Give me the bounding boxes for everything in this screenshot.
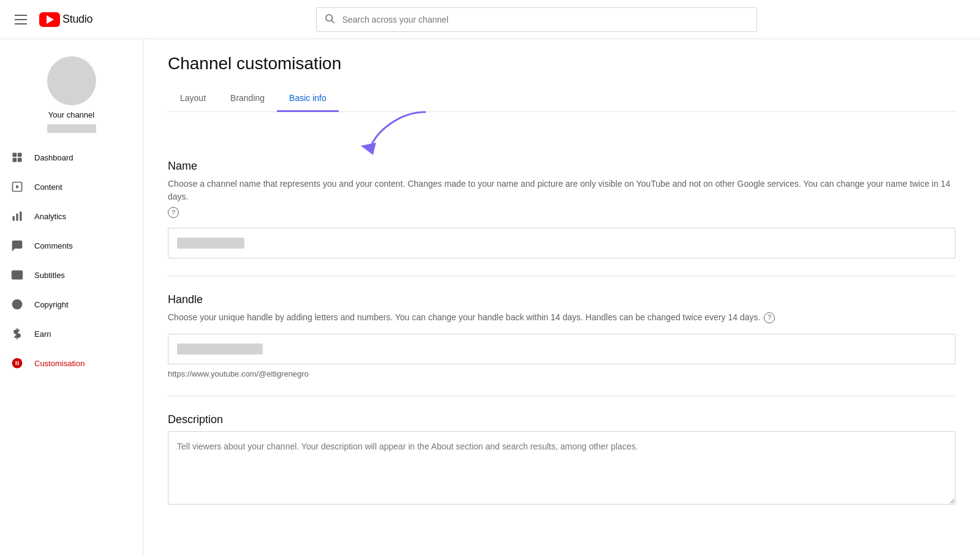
sidebar: Your channel Dashboard Content Analytics [0,39,143,556]
sidebar-item-dashboard[interactable]: Dashboard [0,143,143,172]
handle-help-icon[interactable]: ? [764,312,775,323]
earn-icon [10,326,24,341]
search-icon [317,13,342,26]
svg-line-1 [331,20,334,23]
handle-section: Handle Choose your unique handle by addi… [168,276,956,396]
name-section: Name Choose a channel name that represen… [168,143,956,276]
description-textarea[interactable] [168,431,956,505]
sidebar-item-customisation-label: Customisation [34,359,85,368]
menu-button[interactable] [10,10,32,29]
channel-label: Your channel [48,110,94,119]
svg-rect-11 [12,271,23,279]
header: Studio [0,0,980,39]
sidebar-item-earn[interactable]: Earn [0,319,143,348]
copyright-icon: © [10,297,24,312]
svg-rect-2 [13,153,17,157]
handle-input-container[interactable] [168,334,956,364]
sidebar-item-subtitles[interactable]: Subtitles [0,260,143,290]
channel-profile: Your channel [0,44,143,143]
svg-rect-5 [18,158,22,162]
annotation-arrow [327,106,450,155]
tab-branding[interactable]: Branding [218,86,277,112]
sidebar-item-dashboard-label: Dashboard [34,153,74,162]
header-left: Studio [10,10,92,29]
main-layout: Your channel Dashboard Content Analytics [0,39,980,556]
search-input[interactable] [342,15,756,24]
channel-handle-placeholder [47,124,96,133]
sidebar-item-customisation[interactable]: Customisation [0,348,143,378]
svg-marker-7 [16,185,19,189]
sidebar-item-content-label: Content [34,182,62,192]
youtube-studio-logo[interactable]: Studio [39,12,92,27]
sidebar-item-earn-label: Earn [34,329,51,339]
handle-input-placeholder [177,344,263,355]
sidebar-item-comments[interactable]: Comments [0,231,143,260]
sidebar-item-content[interactable]: Content [0,172,143,201]
name-section-desc: Choose a channel name that represents yo… [168,178,956,218]
name-section-title: Name [168,160,956,173]
content-icon [10,179,24,194]
customisation-icon [10,356,24,370]
svg-point-17 [19,359,21,361]
svg-text:©: © [15,301,20,308]
youtube-icon [39,12,60,27]
sidebar-item-subtitles-label: Subtitles [34,271,65,280]
sidebar-item-analytics-label: Analytics [34,212,66,221]
avatar [47,56,96,105]
annotation-area [168,112,956,143]
comments-icon [10,238,24,253]
name-input-placeholder [177,238,244,249]
svg-marker-18 [361,143,376,155]
page-title: Channel customisation [168,54,956,73]
handle-section-title: Handle [168,293,956,306]
svg-rect-3 [18,153,22,157]
tab-layout[interactable]: Layout [168,86,218,112]
name-help-icon[interactable]: ? [168,207,179,218]
svg-rect-10 [20,212,21,221]
sidebar-item-copyright-label: Copyright [34,300,69,309]
svg-point-0 [326,15,333,21]
svg-rect-4 [13,158,17,162]
analytics-icon [10,209,24,224]
sidebar-item-comments-label: Comments [34,241,73,250]
description-section-title: Description [168,413,956,426]
description-section: Description [168,396,956,524]
name-input-container[interactable] [168,228,956,258]
content-area: Channel customisation Layout Branding Ba… [143,39,980,556]
handle-url: https://www.youtube.com/@eltigrenegro [168,369,956,378]
svg-rect-8 [13,216,15,221]
svg-rect-9 [16,214,18,221]
sidebar-item-analytics[interactable]: Analytics [0,201,143,231]
tabs: Layout Branding Basic info [168,86,956,112]
subtitles-icon [10,268,24,282]
studio-label: Studio [62,13,92,26]
search-bar [316,7,757,32]
dashboard-icon [10,150,24,165]
sidebar-item-copyright[interactable]: © Copyright [0,290,143,319]
handle-section-desc: Choose your unique handle by adding lett… [168,311,956,324]
